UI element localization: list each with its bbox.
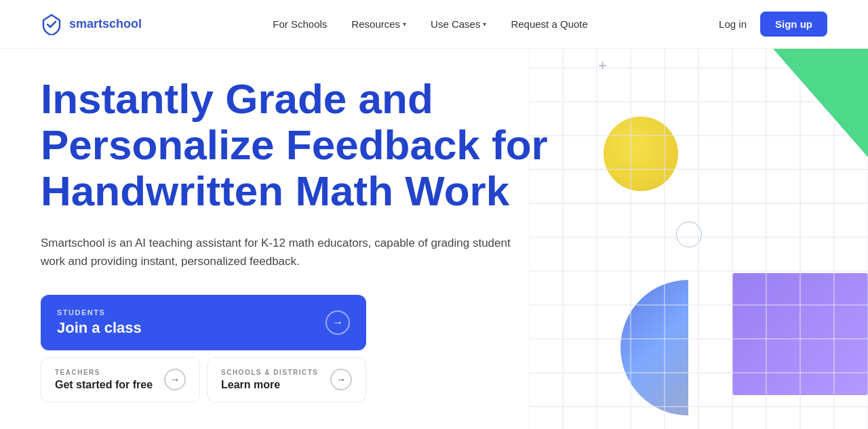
login-button[interactable]: Log in: [719, 18, 747, 30]
cta-cards: STUDENTS Join a class → TEACHERS Get sta…: [41, 295, 366, 403]
cta-schools-label: SCHOOLS & DISTRICTS: [221, 369, 319, 376]
hero-subtitle: Smartschool is an AI teaching assistant …: [41, 234, 515, 270]
logo-text: smartschool: [69, 17, 142, 31]
cta-students-title: Join a class: [57, 319, 142, 337]
chevron-down-icon: ▾: [483, 20, 486, 28]
cta-schools[interactable]: SCHOOLS & DISTRICTS Learn more →: [207, 357, 366, 403]
cta-students-content: STUDENTS Join a class: [57, 308, 142, 337]
nav-resources[interactable]: Resources ▾: [351, 18, 406, 30]
cta-teachers-title: Get started for free: [55, 379, 153, 391]
cta-row: TEACHERS Get started for free → SCHOOLS …: [41, 357, 366, 403]
main-content: Instantly Grade and Personalize Feedback…: [0, 49, 868, 429]
hero-title: Instantly Grade and Personalize Feedback…: [41, 76, 570, 215]
cta-students[interactable]: STUDENTS Join a class →: [41, 295, 366, 350]
left-content: Instantly Grade and Personalize Feedback…: [41, 76, 597, 429]
nav-use-cases[interactable]: Use Cases ▾: [431, 18, 486, 30]
cta-students-label: STUDENTS: [57, 308, 142, 316]
logo-icon: [41, 14, 62, 35]
arrow-icon: →: [164, 369, 186, 390]
cta-teachers-label: TEACHERS: [55, 369, 153, 376]
navbar: smartschool For Schools Resources ▾ Use …: [0, 0, 868, 49]
cta-teachers[interactable]: TEACHERS Get started for free →: [41, 357, 200, 403]
nav-links: For Schools Resources ▾ Use Cases ▾ Requ…: [273, 18, 588, 30]
nav-for-schools[interactable]: For Schools: [273, 18, 327, 30]
logo[interactable]: smartschool: [41, 14, 142, 35]
arrow-icon: →: [330, 369, 352, 390]
arrow-icon: →: [326, 310, 350, 335]
cta-schools-content: SCHOOLS & DISTRICTS Learn more: [221, 369, 319, 391]
chevron-down-icon: ▾: [403, 20, 406, 28]
signup-button[interactable]: Sign up: [760, 12, 827, 37]
nav-actions: Log in Sign up: [719, 12, 827, 37]
nav-request-quote[interactable]: Request a Quote: [511, 18, 587, 30]
cta-schools-title: Learn more: [221, 379, 319, 391]
cta-teachers-content: TEACHERS Get started for free: [55, 369, 153, 391]
green-triangle-decoration: [773, 49, 868, 157]
